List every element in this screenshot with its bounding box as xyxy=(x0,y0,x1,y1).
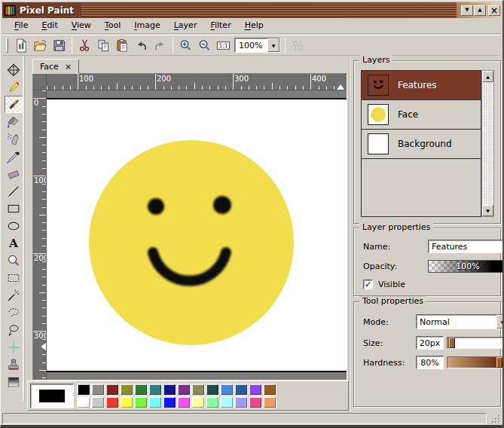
size-input[interactable]: 20px xyxy=(416,336,444,350)
titlebar[interactable]: Pixel Paint ▼▲× xyxy=(2,2,501,18)
line-tool[interactable] xyxy=(5,182,23,200)
scroll-down-icon[interactable]: ▼ xyxy=(482,205,493,216)
current-colors[interactable] xyxy=(30,384,74,408)
menu-tool[interactable]: Tool xyxy=(98,18,127,33)
menu-filter[interactable]: Filter xyxy=(203,18,237,33)
scroll-up-icon[interactable]: ▲ xyxy=(482,71,493,82)
color-swatch[interactable] xyxy=(134,384,148,396)
tab-face[interactable]: Face × xyxy=(32,59,79,74)
rectangle-tool[interactable] xyxy=(5,200,23,217)
color-swatch[interactable] xyxy=(177,384,191,396)
menu-file[interactable]: File xyxy=(8,18,35,33)
copy-button[interactable] xyxy=(94,36,113,54)
color-swatch[interactable] xyxy=(191,396,205,408)
color-swatch[interactable] xyxy=(77,384,90,396)
undo-button[interactable] xyxy=(132,36,151,54)
text-tool[interactable] xyxy=(5,234,23,252)
size-slider-thumb[interactable] xyxy=(449,338,455,348)
minimize-button[interactable]: ▼ xyxy=(461,5,473,16)
tab-close-icon[interactable]: × xyxy=(65,62,72,72)
color-swatch[interactable] xyxy=(91,384,105,396)
color-swatch[interactable] xyxy=(249,384,262,396)
new-button[interactable] xyxy=(12,36,31,54)
color-swatch[interactable] xyxy=(220,384,234,396)
hardness-slider-thumb[interactable] xyxy=(496,357,502,368)
foreground-color-swatch[interactable] xyxy=(39,390,65,402)
color-swatch[interactable] xyxy=(206,384,219,396)
color-swatch[interactable] xyxy=(234,396,248,408)
move-tool[interactable] xyxy=(5,61,23,78)
color-swatch-fill xyxy=(178,397,190,408)
pencil-tool[interactable] xyxy=(5,78,23,96)
polygon-lasso-tool[interactable] xyxy=(5,321,23,338)
color-swatch[interactable] xyxy=(177,396,191,408)
lasso-tool[interactable] xyxy=(5,304,23,321)
select-rect-tool[interactable] xyxy=(5,269,23,286)
zoom-level-select[interactable]: 100%▼ xyxy=(234,38,280,53)
layer-item-face[interactable]: Face xyxy=(362,100,481,130)
brush-tool[interactable] xyxy=(5,96,23,113)
color-swatch[interactable] xyxy=(105,384,119,396)
layer-scrollbar[interactable]: ▲ ▼ xyxy=(481,70,494,217)
color-swatch[interactable] xyxy=(148,396,162,408)
menu-edit[interactable]: Edit xyxy=(35,18,64,33)
color-swatch[interactable] xyxy=(148,384,162,396)
color-swatch[interactable] xyxy=(163,384,176,396)
color-swatch[interactable] xyxy=(220,396,234,408)
color-swatch[interactable] xyxy=(263,384,276,396)
color-swatch[interactable] xyxy=(249,396,262,408)
maximize-button[interactable]: ▲ xyxy=(474,5,486,16)
adjustments-button[interactable] xyxy=(289,36,307,54)
eraser-tool[interactable] xyxy=(5,165,23,182)
ellipse-tool[interactable] xyxy=(5,217,23,234)
actual-size-button[interactable] xyxy=(214,36,233,54)
save-button[interactable] xyxy=(50,36,69,54)
menu-image[interactable]: Image xyxy=(127,18,166,33)
layer-name-input[interactable]: Features xyxy=(428,240,504,253)
color-swatch[interactable] xyxy=(120,396,133,408)
zoom-out-button[interactable] xyxy=(195,36,214,54)
mode-select[interactable]: Normal ▼ xyxy=(416,314,504,329)
zoom-in-button[interactable] xyxy=(176,36,195,54)
visible-checkbox[interactable]: ✓ xyxy=(363,280,373,289)
chevron-down-icon[interactable]: ▼ xyxy=(496,315,504,329)
color-swatch[interactable] xyxy=(120,384,133,396)
hardness-slider[interactable] xyxy=(447,356,504,368)
menu-layer[interactable]: Layer xyxy=(167,18,204,33)
zoom-tool[interactable] xyxy=(5,252,23,269)
canvas-viewport[interactable] xyxy=(47,90,347,380)
magic-wand-tool[interactable] xyxy=(5,286,23,304)
size-row: Size: 20px xyxy=(363,335,494,350)
eyedropper-tool[interactable] xyxy=(5,148,23,165)
layer-item-features[interactable]: Features xyxy=(362,71,481,100)
size-slider[interactable] xyxy=(447,337,504,349)
menu-help[interactable]: Help xyxy=(238,18,270,33)
color-swatch[interactable] xyxy=(234,384,248,396)
color-swatch[interactable] xyxy=(206,396,219,408)
canvas[interactable] xyxy=(47,98,347,372)
clone-stamp-tool[interactable] xyxy=(5,356,23,373)
gradient-tool[interactable] xyxy=(5,373,23,390)
fill-tool[interactable] xyxy=(5,113,23,130)
color-swatch[interactable] xyxy=(134,396,148,408)
chevron-down-icon[interactable]: ▼ xyxy=(267,38,279,52)
crosshair-tool[interactable] xyxy=(5,338,23,356)
opacity-slider[interactable]: 100% xyxy=(428,260,504,273)
airbrush-tool[interactable] xyxy=(5,130,23,148)
color-swatch[interactable] xyxy=(91,396,105,408)
redo-button[interactable] xyxy=(151,36,170,54)
resize-grip[interactable] xyxy=(490,413,501,424)
color-swatch[interactable] xyxy=(263,396,276,408)
color-swatch[interactable] xyxy=(191,384,205,396)
hardness-input[interactable]: 80% xyxy=(416,356,444,369)
cut-button[interactable] xyxy=(75,36,94,54)
close-button[interactable]: × xyxy=(488,5,500,16)
open-button[interactable] xyxy=(31,36,50,54)
paste-button[interactable] xyxy=(113,36,132,54)
layer-item-background[interactable]: Background xyxy=(362,130,481,159)
color-swatch[interactable] xyxy=(105,396,119,408)
toolbar-grip[interactable] xyxy=(6,38,8,53)
color-swatch[interactable] xyxy=(77,396,90,408)
menu-view[interactable]: View xyxy=(65,18,98,33)
color-swatch[interactable] xyxy=(163,396,176,408)
